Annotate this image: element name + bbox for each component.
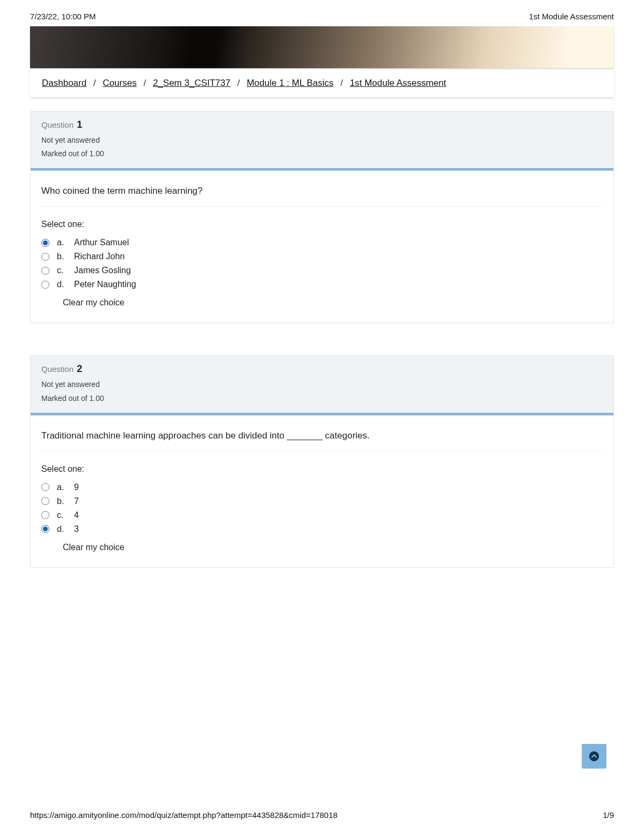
print-header: 7/23/22, 10:00 PM 1st Module Assessment bbox=[0, 0, 644, 26]
question-marks: Marked out of 1.00 bbox=[41, 392, 603, 405]
option-a[interactable]: a. Arthur Samuel bbox=[41, 236, 603, 250]
breadcrumb: Dashboard / Courses / 2_Sem 3_CSIT737 / … bbox=[30, 68, 614, 97]
options-list: a. Arthur Samuel b. Richard John c. Jame… bbox=[41, 236, 603, 291]
breadcrumb-sep: / bbox=[237, 78, 240, 88]
option-c[interactable]: c. James Gosling bbox=[41, 264, 603, 277]
option-b[interactable]: b. Richard John bbox=[41, 250, 603, 264]
option-radio[interactable] bbox=[41, 483, 49, 491]
print-timestamp: 7/23/22, 10:00 PM bbox=[30, 12, 96, 21]
question-header: Question 2 Not yet answered Marked out o… bbox=[31, 356, 613, 415]
question-header: Question 1 Not yet answered Marked out o… bbox=[31, 112, 613, 171]
course-banner-image bbox=[30, 26, 614, 68]
question-status: Not yet answered bbox=[41, 378, 603, 391]
question-stem: Who coined the term machine learning? bbox=[41, 186, 603, 207]
breadcrumb-module[interactable]: Module 1 : ML Basics bbox=[247, 78, 334, 88]
option-text: James Gosling bbox=[74, 266, 131, 275]
question-label: Question bbox=[41, 364, 74, 374]
option-text: 7 bbox=[74, 496, 79, 506]
option-radio[interactable] bbox=[41, 281, 49, 289]
option-radio[interactable] bbox=[41, 511, 49, 519]
breadcrumb-course-code[interactable]: 2_Sem 3_CSIT737 bbox=[153, 78, 231, 88]
question-title: Question 2 bbox=[41, 363, 603, 375]
option-text: Peter Naughting bbox=[74, 280, 136, 289]
breadcrumb-sep: / bbox=[340, 78, 343, 88]
content-area: Question 1 Not yet answered Marked out o… bbox=[30, 111, 614, 568]
option-radio[interactable] bbox=[41, 497, 49, 505]
select-one-label: Select one: bbox=[41, 220, 603, 229]
options-list: a. 9 b. 7 c. 4 d. 3 bbox=[41, 480, 603, 536]
breadcrumb-courses[interactable]: Courses bbox=[103, 78, 136, 88]
question-marks: Marked out of 1.00 bbox=[41, 147, 603, 160]
option-text: Arthur Samuel bbox=[74, 238, 129, 247]
option-radio[interactable] bbox=[41, 525, 49, 533]
option-d[interactable]: d. Peter Naughting bbox=[41, 277, 603, 291]
option-letter: d. bbox=[57, 280, 67, 289]
clear-choice-link[interactable]: Clear my choice bbox=[63, 298, 603, 308]
question-card: Question 2 Not yet answered Marked out o… bbox=[30, 355, 614, 567]
option-letter: a. bbox=[57, 238, 67, 247]
option-letter: c. bbox=[57, 510, 67, 520]
breadcrumb-sep: / bbox=[143, 78, 146, 88]
select-one-label: Select one: bbox=[41, 464, 603, 474]
option-letter: c. bbox=[57, 266, 67, 275]
option-text: 4 bbox=[74, 510, 79, 520]
question-stem: Traditional machine learning approaches … bbox=[41, 430, 603, 451]
question-title: Question 1 bbox=[41, 119, 603, 130]
option-a[interactable]: a. 9 bbox=[41, 480, 603, 494]
clear-choice-link[interactable]: Clear my choice bbox=[63, 543, 603, 552]
option-letter: d. bbox=[57, 524, 67, 534]
option-c[interactable]: c. 4 bbox=[41, 508, 603, 522]
question-label: Question bbox=[41, 120, 74, 129]
option-letter: b. bbox=[57, 252, 67, 261]
option-b[interactable]: b. 7 bbox=[41, 494, 603, 508]
option-radio[interactable] bbox=[41, 239, 49, 247]
option-text: 3 bbox=[74, 524, 79, 534]
breadcrumb-sep: / bbox=[93, 78, 96, 88]
breadcrumb-assessment[interactable]: 1st Module Assessment bbox=[350, 78, 447, 88]
question-status: Not yet answered bbox=[41, 134, 603, 147]
option-radio[interactable] bbox=[41, 253, 49, 261]
option-radio[interactable] bbox=[41, 267, 49, 275]
print-title: 1st Module Assessment bbox=[529, 12, 614, 21]
option-letter: a. bbox=[57, 483, 67, 492]
option-letter: b. bbox=[57, 496, 67, 506]
option-text: Richard John bbox=[74, 252, 125, 261]
question-body: Traditional machine learning approaches … bbox=[31, 415, 613, 567]
question-card: Question 1 Not yet answered Marked out o… bbox=[30, 111, 614, 323]
breadcrumb-dashboard[interactable]: Dashboard bbox=[42, 78, 86, 88]
question-body: Who coined the term machine learning? Se… bbox=[31, 171, 613, 323]
option-d[interactable]: d. 3 bbox=[41, 522, 603, 536]
option-text: 9 bbox=[74, 483, 79, 492]
question-number: 2 bbox=[77, 363, 82, 374]
question-number: 1 bbox=[77, 119, 82, 130]
